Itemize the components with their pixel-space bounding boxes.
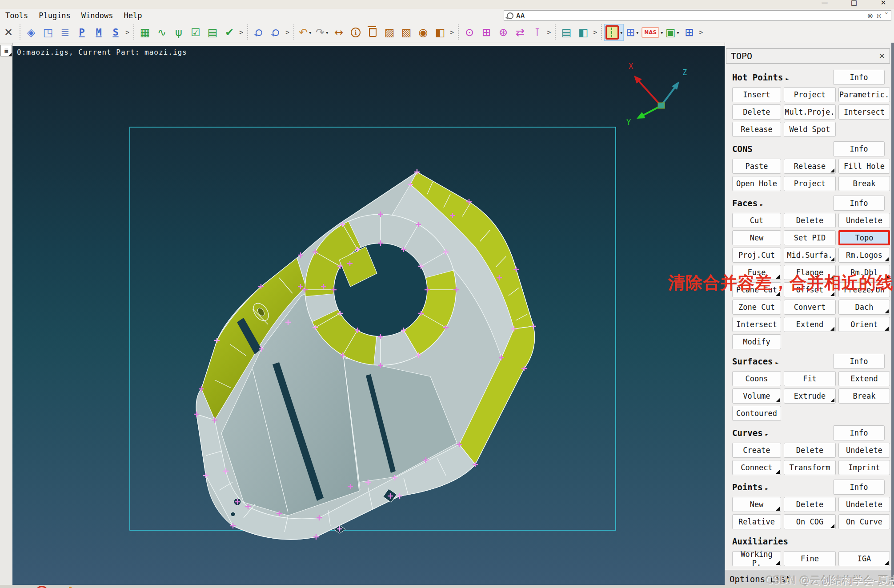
- mesh-grid-icon[interactable]: ⊞: [478, 24, 495, 40]
- pid-list-icon[interactable]: P: [73, 24, 90, 40]
- faceted-model-icon[interactable]: ◈: [23, 24, 40, 40]
- wireframe-mode-icon-dropdown[interactable]: ▾: [636, 30, 638, 35]
- auxiliaries-iga-button[interactable]: IGA: [838, 551, 890, 566]
- wireframe-mode-icon[interactable]: ⊞▾: [624, 24, 641, 40]
- cons-fill-hole-button[interactable]: Fill Hole: [838, 159, 890, 174]
- surfaces-contoured-button[interactable]: Contoured: [732, 406, 781, 421]
- mesh-validate-icon[interactable]: ▧: [398, 24, 415, 40]
- faces-info-button[interactable]: Info: [833, 196, 885, 211]
- hot-points-release-button[interactable]: Release: [732, 122, 781, 137]
- faces-mid-surfa--button[interactable]: Mid.Surfa.: [784, 248, 836, 263]
- hot-points-intersect-button[interactable]: Intersect: [838, 104, 890, 120]
- section-label-hot-points[interactable]: Hot Points►: [732, 72, 833, 82]
- menu-windows[interactable]: Windows: [76, 11, 119, 20]
- cut-plane-icon[interactable]: ◧: [432, 24, 449, 40]
- pid-draw-mode-icon-dropdown[interactable]: ▾: [620, 30, 622, 35]
- surfaces-extrude-button[interactable]: Extrude: [784, 388, 836, 404]
- redo-icon[interactable]: ↷▾: [313, 24, 330, 40]
- points-relative-button[interactable]: Relative: [732, 514, 781, 529]
- pid-draw-mode-icon[interactable]: ▾: [604, 24, 624, 41]
- section-label-points[interactable]: Points►: [732, 482, 833, 492]
- curve-function-icon[interactable]: ∿: [153, 24, 170, 40]
- results-notepad-icon[interactable]: ▤: [558, 24, 575, 40]
- surfaces-info-button[interactable]: Info: [833, 354, 885, 369]
- menu-tools[interactable]: Tools: [0, 11, 33, 20]
- nas-deck-icon[interactable]: NAS▾: [641, 24, 664, 40]
- zoom-orbit-icon[interactable]: [267, 24, 284, 40]
- section-label-curves[interactable]: Curves►: [732, 428, 833, 438]
- search-input[interactable]: AA ⊗ ¤ ˅: [504, 10, 891, 21]
- surfaces-volume-button[interactable]: Volume: [732, 388, 781, 404]
- more-chevron[interactable]: >: [698, 28, 704, 36]
- checklist-clipboard-icon[interactable]: ☑: [187, 24, 204, 40]
- model-3d-canvas[interactable]: X Z Y: [12, 46, 725, 585]
- cons-release-button[interactable]: Release: [784, 159, 836, 174]
- entity-face-icon[interactable]: ▣▾: [664, 24, 681, 40]
- faces-extend-button[interactable]: Extend: [784, 317, 836, 332]
- minimize-button[interactable]: —: [818, 0, 831, 8]
- section-label-cons[interactable]: CONS: [732, 144, 833, 154]
- faces-zone-cut-button[interactable]: Zone Cut: [732, 300, 781, 315]
- faces-topo-button[interactable]: Topo: [838, 230, 890, 245]
- checks-manager-icon[interactable]: ✔: [221, 24, 238, 40]
- report-script-icon[interactable]: ▤: [204, 24, 221, 40]
- curves-imprint-button[interactable]: Imprint: [838, 460, 890, 475]
- hot-points-weld-spot-button[interactable]: Weld Spot: [784, 122, 836, 137]
- material-list-icon[interactable]: M: [90, 24, 107, 40]
- faces-cut-button[interactable]: Cut: [732, 213, 781, 228]
- cons-break-button[interactable]: Break: [838, 176, 890, 191]
- focus-zoom-icon[interactable]: ◉: [415, 24, 432, 40]
- maximize-button[interactable]: □: [848, 0, 860, 8]
- faces-dach-button[interactable]: Dach: [838, 300, 890, 315]
- section-label-surfaces[interactable]: Surfaces►: [732, 356, 833, 366]
- points-on-curve-button[interactable]: On Curve: [838, 514, 890, 529]
- mesh-box-icon[interactable]: ⊞: [681, 24, 698, 40]
- auxiliaries-working-p--button[interactable]: Working P.: [732, 551, 781, 566]
- surfaces-break-button[interactable]: Break: [838, 388, 890, 404]
- hot-points-mult-proje--button[interactable]: Mult.Proje.: [784, 104, 836, 120]
- more-chevron[interactable]: >: [238, 28, 245, 36]
- hot-points-project-button[interactable]: Project: [784, 87, 836, 102]
- points-delete-button[interactable]: Delete: [784, 497, 836, 512]
- points-on-cog-button[interactable]: On COG: [784, 514, 836, 529]
- more-chevron[interactable]: >: [124, 28, 131, 36]
- faces-set-pid-button[interactable]: Set PID: [784, 230, 836, 245]
- shaded-quad-icon[interactable]: ◧: [575, 24, 592, 40]
- redo-icon-dropdown[interactable]: ▾: [326, 30, 328, 35]
- auxiliaries-fine-button[interactable]: Fine: [784, 551, 836, 566]
- faces-modify-button[interactable]: Modify: [732, 334, 781, 349]
- cons-info-button[interactable]: Info: [833, 141, 885, 156]
- curves-undelete-button[interactable]: Undelete: [838, 443, 890, 458]
- points-info-button[interactable]: Info: [833, 480, 885, 495]
- curves-connect-button[interactable]: Connect: [732, 460, 781, 475]
- hole-hexagon-icon[interactable]: ⊙: [461, 24, 478, 40]
- swap-arrows-icon[interactable]: ⇄: [512, 24, 529, 40]
- topo-panel-close-icon[interactable]: ✕: [879, 52, 885, 60]
- faces-rm-logos-button[interactable]: Rm.Logos: [838, 248, 890, 263]
- zoom-area-icon[interactable]: [250, 24, 267, 40]
- close-toolbar-button[interactable]: ✕: [0, 24, 17, 40]
- compare-balance-icon[interactable]: ψ: [170, 24, 187, 40]
- faces-proj-cut-button[interactable]: Proj.Cut: [732, 248, 781, 263]
- search-clear-icon[interactable]: ⊗: [867, 12, 873, 20]
- hot-points-insert-button[interactable]: Insert: [732, 87, 781, 102]
- set-list-icon[interactable]: S: [107, 24, 124, 40]
- menu-plugins[interactable]: Plugins: [33, 11, 76, 20]
- bolt-icon[interactable]: ⊺: [529, 24, 545, 40]
- compress-icon[interactable]: ⊛: [495, 24, 512, 40]
- quality-table-icon[interactable]: ▦: [136, 24, 153, 40]
- surfaces-extend-button[interactable]: Extend: [838, 371, 890, 386]
- measure-distance-icon[interactable]: ↔: [330, 24, 347, 40]
- faces-intersect-button[interactable]: Intersect: [732, 317, 781, 332]
- faces-orient-button[interactable]: Orient: [838, 317, 890, 332]
- hot-points-parametric--button[interactable]: Parametric.: [838, 87, 890, 102]
- hot-points-delete-button[interactable]: Delete: [732, 104, 781, 120]
- mesh-improve-icon[interactable]: ▨: [381, 24, 398, 40]
- parts-blocks-icon[interactable]: ◳: [40, 24, 56, 40]
- hot-points-info-button[interactable]: Info: [833, 70, 885, 85]
- curves-transform-button[interactable]: Transform: [784, 460, 836, 475]
- 3d-viewport[interactable]: 0:maozi.igs, Current Part: maozi.igs: [12, 46, 725, 585]
- surfaces-coons-button[interactable]: Coons: [732, 371, 781, 386]
- curves-create-button[interactable]: Create: [732, 443, 781, 458]
- undo-icon[interactable]: ↶▾: [297, 24, 313, 40]
